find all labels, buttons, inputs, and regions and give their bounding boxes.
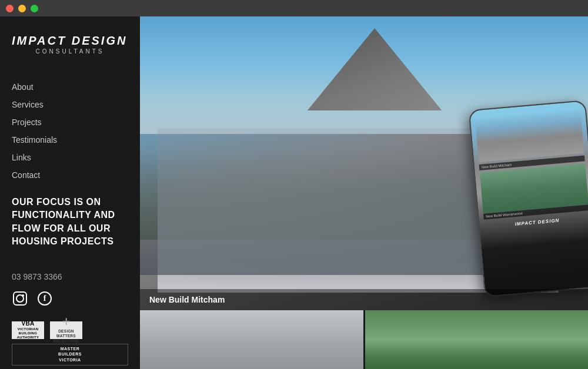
instagram-graphic bbox=[13, 291, 27, 306]
logo: IMPACT DESIGN CONSULTANTS bbox=[12, 34, 128, 55]
thumbnail-left[interactable] bbox=[140, 310, 363, 369]
nav-services[interactable]: Services bbox=[0, 96, 140, 113]
badge-row-top: VBA VICTORIANBUILDINGAUTHORITY ✛ DesignM… bbox=[12, 321, 128, 339]
mobile-mockup: New Build Mitcham New Build Warranwood I… bbox=[468, 100, 588, 297]
nav-projects[interactable]: Projects bbox=[0, 113, 140, 131]
phone-number: 03 9873 3366 bbox=[0, 272, 140, 281]
instagram-icon[interactable] bbox=[12, 290, 28, 307]
logo-area: IMPACT DESIGN CONSULTANTS bbox=[0, 28, 140, 66]
badge-row-bottom: MASTERBUILDERSVICTORIA bbox=[12, 344, 128, 365]
master-builders-badge: MASTERBUILDERSVICTORIA bbox=[12, 344, 128, 365]
hero-caption-text: New Build Mitcham bbox=[149, 295, 225, 304]
thumbnail-left-image bbox=[140, 310, 363, 369]
tagline-text: OUR FOCUS IS ON FUNCTIONALITY AND FLOW F… bbox=[12, 196, 128, 249]
logo-sub-text: CONSULTANTS bbox=[12, 48, 128, 55]
main-content: New Build Mitcham New Build Warranwood I… bbox=[140, 16, 588, 369]
maximize-button[interactable] bbox=[31, 5, 38, 12]
nav-testimonials[interactable]: Testimonials bbox=[0, 131, 140, 149]
nav-contact[interactable]: Contact bbox=[0, 166, 140, 184]
title-bar bbox=[0, 0, 588, 16]
sidebar: IMPACT DESIGN CONSULTANTS About Services… bbox=[0, 16, 140, 369]
badges-area: VBA VICTORIANBUILDINGAUTHORITY ✛ DesignM… bbox=[0, 316, 140, 369]
facebook-icon[interactable]: f bbox=[36, 290, 53, 307]
browser-content: IMPACT DESIGN CONSULTANTS About Services… bbox=[0, 16, 588, 369]
logo-main-text: IMPACT DESIGN bbox=[12, 34, 128, 47]
nav-about[interactable]: About bbox=[0, 78, 140, 96]
bottom-thumbnails bbox=[140, 310, 588, 369]
vba-badge: VBA VICTORIANBUILDINGAUTHORITY bbox=[12, 321, 44, 339]
hero-caption: New Build Mitcham bbox=[140, 289, 588, 310]
thumbnail-right[interactable] bbox=[365, 310, 589, 369]
hero-area: New Build Mitcham New Build Warranwood I… bbox=[140, 16, 588, 310]
sidebar-tagline: OUR FOCUS IS ON FUNCTIONALITY AND FLOW F… bbox=[0, 184, 140, 260]
design-matters-badge: ✛ DesignMattersMelbourne bbox=[50, 321, 82, 339]
thumbnail-right-image bbox=[365, 310, 589, 369]
mobile-screen: New Build Mitcham New Build Warranwood I… bbox=[470, 101, 588, 296]
social-icons: f bbox=[0, 281, 140, 316]
nav-menu: About Services Projects Testimonials Lin… bbox=[0, 78, 140, 184]
mobile-image-top bbox=[475, 106, 584, 162]
close-button[interactable] bbox=[6, 5, 14, 12]
minimize-button[interactable] bbox=[18, 5, 26, 12]
facebook-graphic: f bbox=[38, 291, 52, 306]
nav-links[interactable]: Links bbox=[0, 149, 140, 166]
